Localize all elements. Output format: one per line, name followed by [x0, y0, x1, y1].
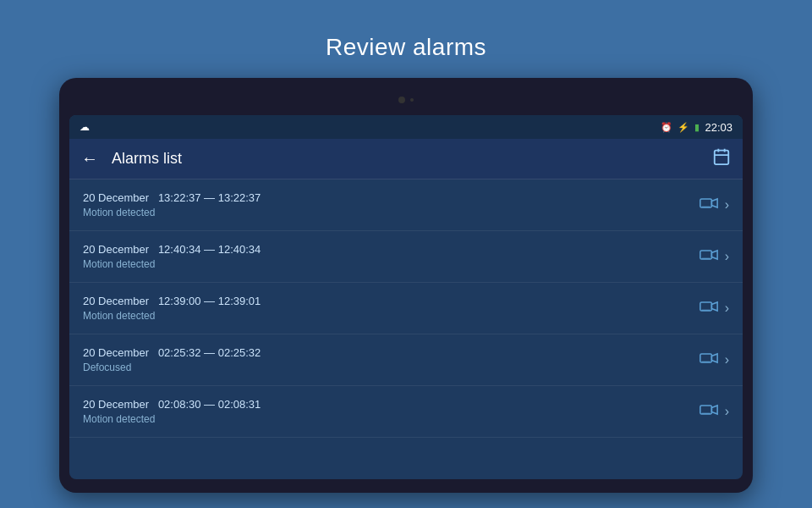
back-button[interactable]: ←: [81, 149, 98, 168]
alarm-info: 20 December 13:22:37 — 13:22:37 Motion d…: [83, 191, 700, 218]
alarm-list: 20 December 13:22:37 — 13:22:37 Motion d…: [69, 179, 743, 438]
alarm-date: 20 December: [83, 398, 149, 411]
alarm-date: 20 December: [83, 295, 149, 307]
camera-icon: [700, 403, 718, 420]
page-title: Review alarms: [326, 34, 486, 61]
cloud-icon: ☁: [80, 121, 90, 133]
alarm-info: 20 December 12:40:34 — 12:40:34 Motion d…: [83, 243, 700, 270]
alarm-info: 20 December 02:25:32 — 02:25:32 Defocuse…: [83, 346, 700, 373]
svg-rect-10: [700, 302, 712, 311]
alarm-type: Motion detected: [83, 258, 700, 270]
alarm-info: 20 December 02:08:30 — 02:08:31 Motion d…: [83, 398, 700, 425]
alarm-action-icons: ›: [700, 300, 729, 317]
calendar-icon: [712, 147, 731, 166]
chevron-right-icon[interactable]: ›: [725, 301, 729, 316]
chevron-right-icon[interactable]: ›: [725, 249, 729, 264]
svg-rect-13: [700, 354, 712, 362]
alarm-type: Defocused: [83, 362, 700, 373]
svg-marker-14: [711, 354, 717, 362]
camera-icon: [700, 196, 718, 213]
tablet-frame: ☁ ⏰ ⚡ ▮ 22:03 ← Alarms list: [59, 78, 753, 493]
alarm-time: 20 December 12:40:34 — 12:40:34: [83, 243, 700, 256]
camera-dot2: [410, 98, 414, 102]
alarm-type: Motion detected: [83, 413, 700, 425]
svg-rect-7: [700, 251, 712, 259]
svg-marker-11: [711, 302, 717, 311]
tablet-screen: ☁ ⏰ ⚡ ▮ 22:03 ← Alarms list: [69, 115, 743, 479]
alarm-date: 20 December: [83, 243, 149, 256]
alarm-action-icons: ›: [700, 248, 729, 265]
battery-icon: ▮: [694, 122, 700, 133]
alarm-action-icons: ›: [700, 351, 729, 368]
alarm-time: 20 December 02:08:30 — 02:08:31: [83, 398, 700, 411]
alarm-info: 20 December 12:39:00 — 12:39:01 Motion d…: [83, 295, 700, 322]
chevron-right-icon[interactable]: ›: [725, 197, 729, 213]
alarm-time: 20 December 13:22:37 — 13:22:37: [83, 191, 700, 204]
tablet-top-bar: [69, 88, 743, 112]
camera-icon: [700, 351, 718, 368]
svg-marker-17: [711, 406, 717, 414]
chevron-right-icon[interactable]: ›: [725, 352, 729, 367]
chevron-right-icon[interactable]: ›: [725, 404, 729, 419]
status-right: ⏰ ⚡ ▮ 22:03: [661, 121, 732, 134]
alarm-time: 20 December 02:25:32 — 02:25:32: [83, 346, 700, 359]
status-left: ☁: [80, 121, 90, 133]
alarm-action-icons: ›: [700, 403, 729, 420]
camera-icon: [700, 248, 718, 265]
svg-marker-8: [711, 251, 717, 259]
svg-marker-5: [711, 199, 717, 207]
status-time: 22:03: [705, 121, 732, 134]
toolbar: ← Alarms list: [69, 139, 743, 179]
camera-icon: [700, 300, 718, 317]
svg-rect-16: [700, 406, 712, 414]
alarm-icon: ⏰: [661, 122, 672, 133]
status-bar: ☁ ⏰ ⚡ ▮ 22:03: [69, 115, 743, 139]
alarm-time: 20 December 12:39:00 — 12:39:01: [83, 295, 700, 307]
alarm-item[interactable]: 20 December 02:08:30 — 02:08:31 Motion d…: [69, 386, 743, 438]
alarm-action-icons: ›: [700, 196, 729, 213]
alarm-item[interactable]: 20 December 12:39:00 — 12:39:01 Motion d…: [69, 283, 743, 334]
alarm-type: Motion detected: [83, 207, 700, 218]
alarm-date: 20 December: [83, 346, 149, 359]
svg-rect-0: [715, 151, 729, 165]
alarm-date: 20 December: [83, 191, 149, 204]
toolbar-title: Alarms list: [112, 150, 712, 168]
calendar-button[interactable]: [712, 147, 731, 170]
camera-dot: [398, 97, 405, 103]
svg-rect-4: [700, 199, 712, 207]
bluetooth-icon: ⚡: [678, 122, 689, 133]
alarm-item[interactable]: 20 December 13:22:37 — 13:22:37 Motion d…: [69, 179, 743, 231]
alarm-item[interactable]: 20 December 02:25:32 — 02:25:32 Defocuse…: [69, 334, 743, 386]
alarm-item[interactable]: 20 December 12:40:34 — 12:40:34 Motion d…: [69, 231, 743, 283]
alarm-type: Motion detected: [83, 310, 700, 322]
